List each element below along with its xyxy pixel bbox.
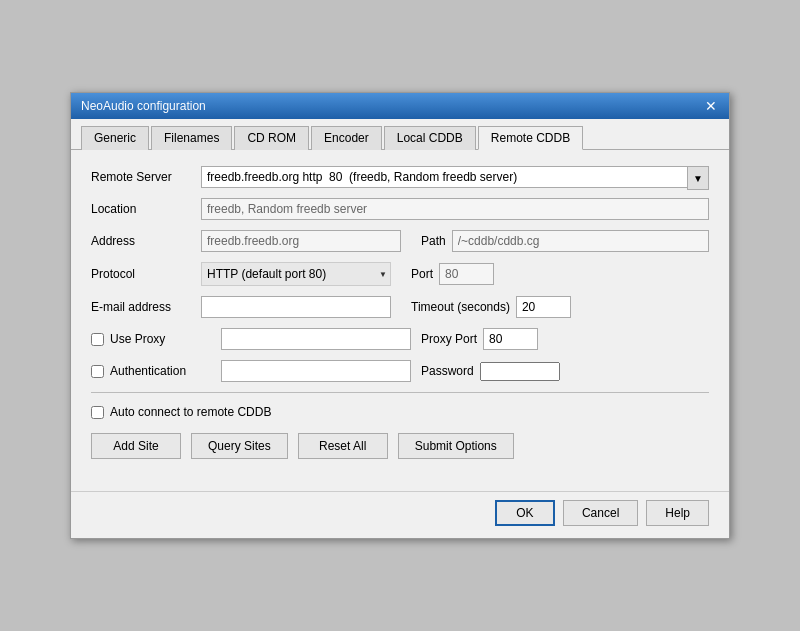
window-title: NeoAudio configuration	[81, 99, 206, 113]
proxy-port-label: Proxy Port	[421, 332, 477, 346]
location-field-wrapper: document.querySelector('[data-name="loca…	[201, 198, 709, 220]
email-label: E-mail address	[91, 300, 201, 314]
auto-connect-row: Auto connect to remote CDDB	[91, 405, 709, 419]
title-bar: NeoAudio configuration ✕	[71, 93, 729, 119]
auth-input-area: Password	[221, 360, 709, 382]
auto-connect-label: Auto connect to remote CDDB	[110, 405, 271, 419]
remote-server-label: Remote Server	[91, 170, 201, 184]
location-label: Location	[91, 202, 201, 216]
proxy-row: Use Proxy Proxy Port	[91, 328, 709, 350]
proxy-input-area: Proxy Port	[221, 328, 709, 350]
close-button[interactable]: ✕	[703, 99, 719, 113]
use-proxy-label: Use Proxy	[110, 332, 165, 346]
address-label: Address	[91, 234, 201, 248]
main-window: NeoAudio configuration ✕ Generic Filenam…	[70, 92, 730, 539]
email-input[interactable]	[201, 296, 391, 318]
divider	[91, 392, 709, 393]
address-input[interactable]	[201, 230, 401, 252]
remote-server-dropdown-arrow[interactable]: ▼	[687, 166, 709, 190]
path-input[interactable]	[452, 230, 709, 252]
cancel-button[interactable]: Cancel	[563, 500, 638, 526]
auto-connect-checkbox[interactable]	[91, 406, 104, 419]
port-input[interactable]	[439, 263, 494, 285]
query-sites-button[interactable]: Query Sites	[191, 433, 288, 459]
action-buttons-row: Add Site Query Sites Reset All Submit Op…	[91, 433, 709, 459]
tab-bar: Generic Filenames CD ROM Encoder Local C…	[71, 119, 729, 150]
timeout-input[interactable]	[516, 296, 571, 318]
auth-label: Authentication	[110, 364, 186, 378]
tab-local-cddb[interactable]: Local CDDB	[384, 126, 476, 150]
ok-button[interactable]: OK	[495, 500, 555, 526]
address-path-row: Address Path	[91, 230, 709, 252]
add-site-button[interactable]: Add Site	[91, 433, 181, 459]
auth-input[interactable]	[221, 360, 411, 382]
email-timeout-row: E-mail address Timeout (seconds)	[91, 296, 709, 318]
proxy-port-input[interactable]	[483, 328, 538, 350]
protocol-select[interactable]: HTTP (default port 80)	[201, 262, 391, 286]
remote-server-dropdown-row: ▼	[201, 166, 709, 188]
help-button[interactable]: Help	[646, 500, 709, 526]
tab-encoder[interactable]: Encoder	[311, 126, 382, 150]
tab-filenames[interactable]: Filenames	[151, 126, 232, 150]
submit-options-button[interactable]: Submit Options	[398, 433, 514, 459]
footer: OK Cancel Help	[71, 491, 729, 538]
auth-pass-group: Password	[421, 362, 560, 381]
protocol-port-row: Protocol HTTP (default port 80) Port	[91, 262, 709, 286]
path-label: Path	[421, 234, 446, 248]
location-row: Location document.querySelector('[data-n…	[91, 198, 709, 220]
auth-checkbox[interactable]	[91, 365, 104, 378]
remote-server-row: Remote Server ▼	[91, 166, 709, 188]
proxy-label-area: Use Proxy	[91, 332, 221, 346]
auth-row: Authentication Password	[91, 360, 709, 382]
password-label: Password	[421, 364, 474, 378]
tab-cdrom[interactable]: CD ROM	[234, 126, 309, 150]
port-label: Port	[411, 267, 433, 281]
location-input[interactable]	[201, 198, 709, 220]
proxy-input[interactable]	[221, 328, 411, 350]
use-proxy-checkbox[interactable]	[91, 333, 104, 346]
remote-server-input[interactable]	[201, 166, 709, 188]
auth-label-area: Authentication	[91, 364, 221, 378]
remote-server-field-wrapper: ▼	[201, 166, 709, 188]
password-input[interactable]	[480, 362, 560, 381]
tab-generic[interactable]: Generic	[81, 126, 149, 150]
tab-remote-cddb[interactable]: Remote CDDB	[478, 126, 583, 150]
protocol-label: Protocol	[91, 267, 201, 281]
protocol-select-wrapper: HTTP (default port 80)	[201, 262, 391, 286]
timeout-label: Timeout (seconds)	[411, 300, 510, 314]
proxy-port-group: Proxy Port	[421, 328, 538, 350]
reset-all-button[interactable]: Reset All	[298, 433, 388, 459]
content-area: Remote Server ▼ Location document.queryS…	[71, 150, 729, 491]
